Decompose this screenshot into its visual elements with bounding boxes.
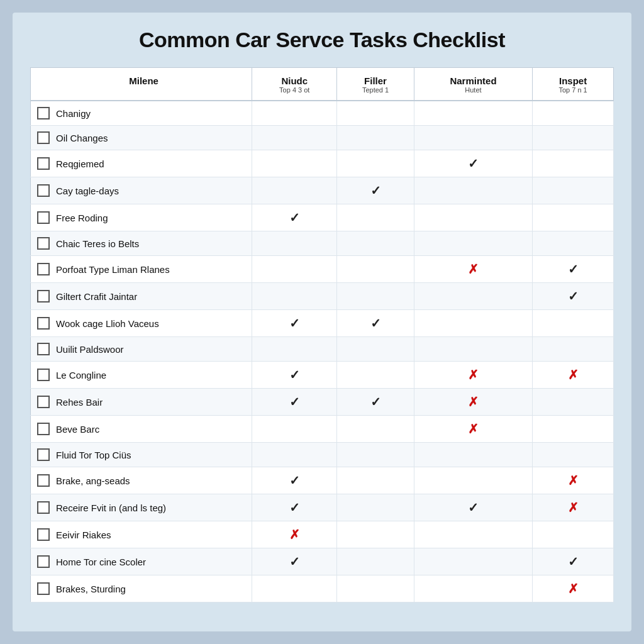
table-row: Wook cage Llioh Vaceus✓✓	[31, 310, 614, 337]
cross-mark: ✗	[468, 262, 479, 276]
task-checkbox[interactable]	[37, 396, 50, 408]
task-label: Rehes Bair	[56, 397, 103, 408]
col-1-cell: ✓	[252, 467, 337, 494]
col-3-cell	[414, 310, 533, 337]
col-4-cell: ✓	[533, 283, 614, 310]
table-row: Le Congline✓✗✗	[31, 362, 614, 389]
table-row: Beve Barc✗	[31, 416, 614, 443]
table-row: Brakes, Sturding✗	[31, 575, 614, 602]
col-4-cell	[533, 521, 614, 548]
task-cell: Chanigy	[31, 101, 252, 126]
task-cell: Beve Barc	[31, 416, 252, 443]
task-checkbox[interactable]	[37, 237, 50, 250]
col-3-cell	[414, 177, 533, 204]
task-cell: Oil Changes	[31, 126, 252, 150]
table-row: Oil Changes	[31, 126, 614, 150]
task-cell: Wook cage Llioh Vaceus	[31, 310, 252, 337]
task-checkbox[interactable]	[37, 107, 50, 119]
col-1-cell: ✓	[252, 494, 337, 521]
col-3-cell: ✗	[414, 256, 533, 283]
col-2-cell	[337, 283, 414, 310]
col-1-cell: ✓	[252, 389, 337, 416]
col-1-cell	[252, 443, 337, 467]
col-1-cell: ✓	[252, 548, 337, 575]
col-header-niudc: Niudc Top 4 3 ot	[252, 68, 337, 101]
task-checkbox[interactable]	[37, 448, 50, 461]
checklist-table: Milene Niudc Top 4 3 ot Filler Tepted 1 …	[30, 67, 614, 602]
col-3-cell: ✓	[414, 494, 533, 521]
task-checkbox[interactable]	[37, 582, 50, 595]
check-mark: ✓	[568, 555, 579, 569]
page-container: Common Car Servce Tasks Checklist Milene…	[13, 13, 631, 631]
check-mark: ✓	[370, 395, 381, 409]
col-1-cell: ✓	[252, 362, 337, 389]
check-mark: ✓	[289, 474, 300, 487]
task-checkbox[interactable]	[37, 317, 50, 330]
cross-mark: ✗	[568, 501, 579, 514]
col-3-cell: ✓	[414, 150, 533, 177]
check-mark: ✓	[468, 157, 479, 170]
task-checkbox[interactable]	[37, 211, 50, 224]
col-header-milene: Milene	[31, 68, 252, 101]
col-3-cell	[414, 231, 533, 256]
task-cell: Cay tagle-days	[31, 177, 252, 204]
check-mark: ✓	[289, 316, 300, 330]
col-2-cell	[337, 337, 414, 362]
table-row: Chanigy	[31, 101, 614, 126]
col-3-cell: ✗	[414, 416, 533, 443]
task-checkbox[interactable]	[37, 369, 50, 381]
col-3-cell	[414, 467, 533, 494]
col-2-cell	[337, 126, 414, 150]
table-row: Home Tor cine Scoler✓✓	[31, 548, 614, 575]
task-cell: Le Congline	[31, 362, 252, 389]
col-3-cell	[414, 126, 533, 150]
col-4-cell	[533, 177, 614, 204]
task-label: Eeivir Riakes	[56, 530, 111, 540]
task-label: Oil Changes	[56, 133, 108, 143]
col-2-cell	[337, 231, 414, 256]
table-row: Receire Fvit in (and ls teg)✓✓✗	[31, 494, 614, 521]
check-mark: ✓	[289, 368, 300, 382]
task-label: Fluid Tor Top Ciüs	[56, 450, 131, 460]
col-2-cell	[337, 443, 414, 467]
check-mark: ✓	[289, 211, 300, 225]
col-3-cell	[414, 283, 533, 310]
task-checkbox[interactable]	[37, 184, 50, 197]
task-checkbox[interactable]	[37, 157, 50, 170]
col-3-cell: ✗	[414, 362, 533, 389]
task-checkbox[interactable]	[37, 528, 50, 541]
col-4-cell: ✗	[533, 575, 614, 602]
col-3-cell	[414, 443, 533, 467]
col-1-cell	[252, 177, 337, 204]
task-checkbox[interactable]	[37, 263, 50, 275]
col-2-cell	[337, 416, 414, 443]
check-mark: ✓	[370, 316, 381, 330]
task-cell: Brake, ang-seads	[31, 467, 252, 494]
task-checkbox[interactable]	[37, 474, 50, 487]
col-2-cell	[337, 150, 414, 177]
table-row: Rehes Bair✓✓✗	[31, 389, 614, 416]
table-row: Giltert Crafit Jaintar✓	[31, 283, 614, 310]
task-checkbox[interactable]	[37, 555, 50, 568]
table-row: Free Roding✓	[31, 204, 614, 231]
task-checkbox[interactable]	[37, 131, 50, 144]
col-2-cell	[337, 362, 414, 389]
col-3-cell	[414, 204, 533, 231]
check-mark: ✓	[289, 501, 300, 514]
task-label: Home Tor cine Scoler	[56, 557, 146, 567]
col-4-cell	[533, 443, 614, 467]
task-label: Chaic Teres io Belts	[56, 238, 139, 249]
task-label: Cay tagle-days	[56, 186, 119, 196]
task-cell: Porfoat Type Liman Rlanes	[31, 256, 252, 283]
task-checkbox[interactable]	[37, 290, 50, 303]
col-4-cell	[533, 337, 614, 362]
col-1-cell	[252, 256, 337, 283]
task-checkbox[interactable]	[37, 423, 50, 435]
task-checkbox[interactable]	[37, 343, 50, 355]
col-4-cell: ✗	[533, 362, 614, 389]
task-checkbox[interactable]	[37, 501, 50, 514]
task-cell: Giltert Crafit Jaintar	[31, 283, 252, 310]
col-2-cell	[337, 575, 414, 602]
col-2-cell	[337, 256, 414, 283]
col-4-cell	[533, 126, 614, 150]
